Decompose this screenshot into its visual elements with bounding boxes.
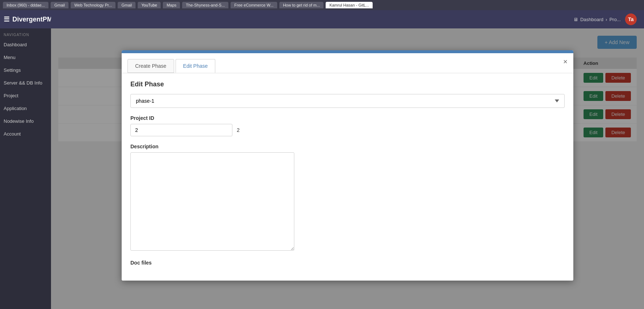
breadcrumb-path2: Pro... <box>609 17 621 22</box>
modal-header-bar <box>122 50 573 53</box>
project-id-label: Project ID <box>130 115 565 121</box>
browser-tab-0[interactable]: Inbox (960) - dddae... <box>3 2 48 8</box>
modal-body: Edit Phase phase-1 phase-2 phase-3 Proje… <box>122 73 573 281</box>
browser-tab-2[interactable]: Web Technology Pr... <box>71 2 116 8</box>
sidebar-item-dashboard[interactable]: Dashboard <box>0 38 51 51</box>
breadcrumb-path1: Dashboard <box>580 17 604 22</box>
sidebar-item-application[interactable]: Application <box>0 102 51 115</box>
breadcrumb: 🖥 Dashboard › Pro... <box>573 17 621 22</box>
sidebar-item-project[interactable]: Project <box>0 89 51 102</box>
modal-overlay: Create Phase Edit Phase × Edit Phase pha… <box>51 28 644 309</box>
avatar: Ta <box>625 13 637 25</box>
hamburger-icon[interactable]: ☰ <box>4 15 9 23</box>
main-topbar: 🖥 Dashboard › Pro... Ta <box>51 10 644 28</box>
sidebar-item-settings[interactable]: Settings <box>0 64 51 77</box>
breadcrumb-separator: › <box>606 17 607 22</box>
description-label: Description <box>130 144 565 149</box>
sidebar: ☰ DivergentPM NAVIGATION Dashboard Menu … <box>0 10 51 309</box>
app-container: ☰ DivergentPM NAVIGATION Dashboard Menu … <box>0 10 644 309</box>
app-title: DivergentPM <box>12 16 52 23</box>
phase-select[interactable]: phase-1 phase-2 phase-3 <box>130 94 565 108</box>
sidebar-item-account[interactable]: Account <box>0 128 51 140</box>
project-id-row: 2 <box>130 124 565 136</box>
main-content: 🖥 Dashboard › Pro... Ta + Add New Action… <box>51 10 644 309</box>
tab-edit-phase[interactable]: Edit Phase <box>176 59 216 73</box>
breadcrumb-icon: 🖥 <box>573 17 578 22</box>
browser-tab-6[interactable]: The-Shyness-and-S... <box>182 2 228 8</box>
modal-tabs: Create Phase Edit Phase × <box>122 53 573 73</box>
form-title: Edit Phase <box>130 81 565 88</box>
sidebar-item-menu[interactable]: Menu <box>0 51 51 64</box>
browser-tab-5[interactable]: Maps <box>163 2 180 8</box>
browser-tab-youtube[interactable]: YouTube <box>138 2 161 8</box>
browser-tab-7[interactable]: Free eCommerce W... <box>231 2 277 8</box>
browser-tab-1[interactable]: Gmail <box>51 2 68 8</box>
sidebar-header: ☰ DivergentPM <box>0 10 51 28</box>
nav-label: NAVIGATION <box>0 28 51 38</box>
sidebar-item-nodewise[interactable]: Nodewise Info <box>0 115 51 128</box>
browser-bar: Inbox (960) - dddae... Gmail Web Technol… <box>0 0 644 10</box>
project-id-input[interactable] <box>130 124 232 136</box>
modal-close-button[interactable]: × <box>563 58 568 66</box>
browser-tab-3[interactable]: Gmail <box>118 2 136 8</box>
modal-dialog: Create Phase Edit Phase × Edit Phase pha… <box>122 50 573 281</box>
description-textarea[interactable] <box>130 152 294 251</box>
browser-tab-9[interactable]: Kamrul Hasan - GitL... <box>326 2 373 8</box>
phase-select-group: phase-1 phase-2 phase-3 <box>130 94 565 108</box>
main-body: + Add New Action Edit Delete Edit Delete <box>51 28 644 309</box>
project-id-group: Project ID 2 <box>130 115 565 136</box>
sidebar-item-server[interactable]: Server && DB Info <box>0 77 51 89</box>
description-group: Description <box>130 144 565 252</box>
doc-files-label: Doc files <box>130 260 152 266</box>
doc-files-group: Doc files <box>130 259 565 266</box>
tab-create-phase[interactable]: Create Phase <box>127 59 174 73</box>
project-id-display: 2 <box>237 127 240 133</box>
browser-tab-8[interactable]: How to get rid of m... <box>279 2 323 8</box>
